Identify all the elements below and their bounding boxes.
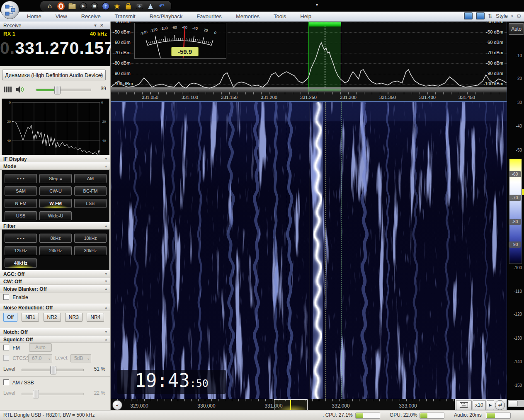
- section-agc[interactable]: AGC: Off▾: [0, 270, 110, 278]
- tab-memories[interactable]: Memories: [229, 12, 267, 22]
- ctcss-level-select[interactable]: 5dB: [70, 354, 91, 362]
- style-caret-icon[interactable]: ▾: [511, 14, 513, 18]
- section-filter[interactable]: Filter▴: [0, 222, 110, 229]
- application-button[interactable]: [1, 1, 19, 19]
- play-icon[interactable]: ▶: [80, 2, 87, 10]
- mode-sam-button[interactable]: SAM: [5, 186, 37, 196]
- gradient-marker[interactable]: [522, 189, 524, 195]
- volume-slider[interactable]: [36, 89, 91, 91]
- keyboard-entry-button[interactable]: [456, 400, 472, 410]
- scale--40: -40: [508, 124, 522, 128]
- waterfall-display[interactable]: 19:43 :50: [111, 102, 507, 399]
- panel-close-icon[interactable]: ✕: [100, 23, 107, 28]
- section-mode[interactable]: Mode▴: [0, 162, 110, 170]
- equalizer-icon[interactable]: [4, 87, 12, 92]
- zoom-factor-button[interactable]: x10: [473, 400, 486, 410]
- section-squelch[interactable]: Squelch: Off▴: [0, 336, 110, 343]
- filter-8khz-button[interactable]: 8kHz: [39, 234, 72, 243]
- nr4-button[interactable]: NR4: [87, 313, 104, 322]
- toolbar-overflow-icon[interactable]: ▾: [316, 2, 318, 7]
- audio-device-select[interactable]: Динамики (High Definition Audio Device) …: [2, 70, 106, 80]
- antenna-icon[interactable]: [147, 2, 154, 10]
- navigator-pan-button[interactable]: ⇄: [495, 400, 505, 410]
- waterfall-auto-button[interactable]: Auto: [509, 23, 524, 35]
- enable-checkbox[interactable]: [3, 294, 9, 300]
- nr-off-button-active[interactable]: Off: [3, 313, 17, 322]
- style-selector[interactable]: Style: [496, 13, 508, 19]
- nr3-button[interactable]: NR3: [65, 313, 82, 322]
- squelch-level-slider[interactable]: [22, 369, 84, 371]
- undo-icon[interactable]: ↶: [158, 2, 165, 10]
- stop-record-icon[interactable]: ■: [91, 2, 98, 10]
- mode-button-group: • • • Step ≡ AM SAM CW-U BC-FM N-FM W-FM…: [2, 170, 109, 222]
- spectrum-frequency-scale[interactable]: 331.050 331.100 331.150 331.200 331.250 …: [111, 92, 507, 101]
- mode-lsb-button[interactable]: LSB: [74, 199, 107, 208]
- rf-spectrum-panel[interactable]: -40 dBm -50 dBm -60 dBm -70 dBm -80 dBm …: [111, 22, 507, 92]
- squelch-auto-button[interactable]: Auto: [29, 343, 52, 352]
- mode-more-button[interactable]: • • •: [5, 174, 37, 183]
- noise-blanker-enable-row: Enable: [0, 294, 114, 300]
- tab-help[interactable]: Help: [293, 12, 318, 22]
- amssb-level-thumb[interactable]: [33, 390, 39, 398]
- app-logo-graphic: [5, 4, 16, 17]
- tab-tools[interactable]: Tools: [267, 12, 293, 22]
- mode-step-button[interactable]: Step ≡: [39, 174, 72, 183]
- section-if-display[interactable]: IF Display▾: [0, 155, 110, 162]
- scale-scrollbar-thumb[interactable]: [509, 401, 518, 406]
- navigator-back-button[interactable]: «: [112, 400, 122, 410]
- mode-nfm-button[interactable]: N-FM: [5, 199, 37, 208]
- section-noise-blanker[interactable]: Noise Blanker: Off▴: [0, 285, 110, 292]
- squelch-level-thumb[interactable]: [50, 366, 56, 374]
- section-cw[interactable]: CW: Off▾: [0, 278, 110, 285]
- camera-icon[interactable]: [136, 2, 143, 10]
- filter-24khz-button[interactable]: 24kHz: [39, 246, 72, 255]
- fm-checkbox[interactable]: [3, 345, 9, 350]
- mode-bcfm-button[interactable]: BC-FM: [74, 186, 107, 196]
- section-notch[interactable]: Notch: Off▾: [0, 328, 110, 336]
- lock-icon[interactable]: [124, 2, 132, 10]
- db-label-80-right: -80 dBm: [486, 60, 503, 65]
- filter-10khz-button[interactable]: 10kHz: [74, 234, 107, 243]
- volume-slider-thumb[interactable]: [54, 86, 61, 94]
- nr2-button[interactable]: NR2: [44, 313, 61, 322]
- amssb-level-slider[interactable]: [22, 393, 84, 395]
- frequency-readout[interactable]: 0.331.270.157: [0, 39, 108, 58]
- tab-rec-playback[interactable]: Rec/Playback: [143, 12, 189, 22]
- ctcss-checkbox[interactable]: [3, 355, 9, 361]
- tab-home[interactable]: Home: [20, 12, 49, 22]
- ctcss-tone-select[interactable]: 67.0: [28, 354, 52, 362]
- nr1-button[interactable]: NR1: [22, 313, 39, 322]
- home-icon[interactable]: ⌂: [46, 2, 53, 10]
- panel-collapse-icon[interactable]: ▾: [94, 23, 100, 28]
- tab-receive[interactable]: Receive: [74, 12, 108, 22]
- band-navigator[interactable]: 329.000 330.000 331.000 332.000 333.000 …: [111, 399, 507, 410]
- mode-wideu-button[interactable]: Wide-U: [39, 211, 72, 220]
- monitor-2-icon[interactable]: [476, 12, 485, 19]
- zoom-arrow-button[interactable]: ▶: [487, 400, 494, 410]
- filter-30khz-button[interactable]: 30kHz: [74, 246, 107, 255]
- db-label-40-right: -40 dBm: [486, 22, 503, 24]
- monitor-icon[interactable]: [464, 12, 473, 19]
- mode-am-button[interactable]: AM: [74, 174, 107, 183]
- mode-cwu-button[interactable]: CW-U: [39, 186, 72, 196]
- speaker-icon[interactable]: [16, 86, 25, 93]
- mode-wfm-button-active[interactable]: W-FM: [39, 199, 72, 208]
- tab-view[interactable]: View: [49, 12, 74, 22]
- filter-12khz-button[interactable]: 12kHz: [5, 246, 37, 255]
- open-folder-icon[interactable]: [68, 2, 76, 10]
- favourite-star-icon[interactable]: ★: [113, 2, 121, 10]
- settings-gear-icon[interactable]: ⚙: [516, 13, 522, 19]
- upload-icon[interactable]: ↑: [102, 2, 109, 10]
- section-noise-reduction[interactable]: Noise Reduction: Off▴: [0, 304, 110, 311]
- mode-usb-button[interactable]: USB: [5, 211, 37, 220]
- filter-more-button[interactable]: • • •: [5, 234, 37, 243]
- updown-icon[interactable]: ⇅: [488, 13, 492, 19]
- help-lifering-icon[interactable]: [57, 2, 65, 10]
- menu-tabs: Home View Receive Transmit Rec/Playback …: [20, 12, 318, 22]
- tab-favourites[interactable]: Favourites: [189, 12, 229, 22]
- scale-scrollbar[interactable]: [508, 400, 524, 407]
- navigator-view-window[interactable]: [274, 399, 308, 411]
- tab-transmit[interactable]: Transmit: [108, 12, 143, 22]
- amssb-checkbox[interactable]: [3, 379, 9, 385]
- filter-40khz-button-active[interactable]: 40kHz: [5, 258, 37, 268]
